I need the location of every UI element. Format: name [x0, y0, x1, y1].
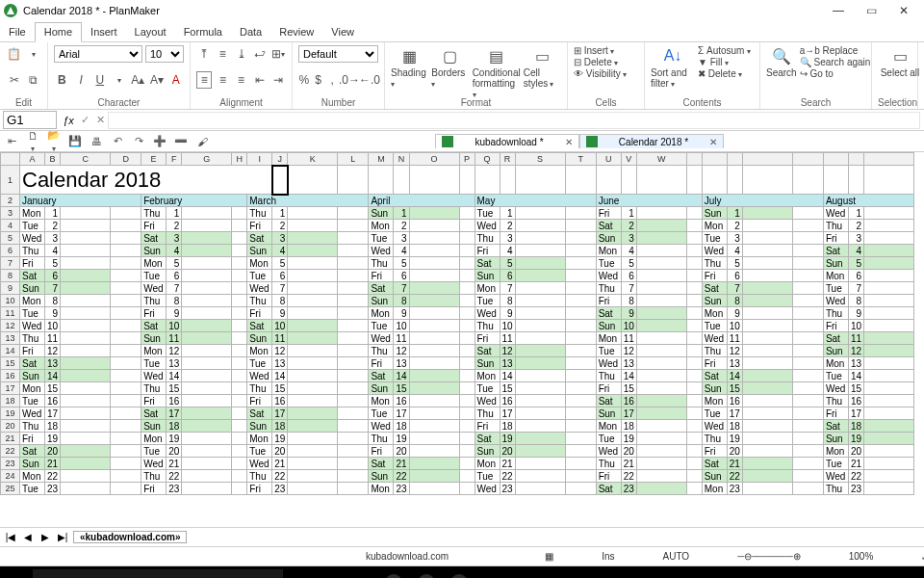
day-gap-cell[interactable] — [409, 470, 459, 483]
day-gap-cell[interactable] — [515, 207, 565, 220]
spacer-cell[interactable] — [565, 357, 596, 370]
day-gap-cell[interactable] — [864, 407, 914, 420]
day-num-cell[interactable]: 18 — [45, 420, 61, 433]
spacer-cell[interactable] — [232, 245, 247, 257]
tab-first-icon[interactable]: |◀ — [4, 532, 17, 542]
day-gap-cell[interactable] — [864, 332, 914, 345]
day-name-cell[interactable]: Fri — [596, 382, 621, 395]
day-gap-cell[interactable] — [515, 370, 565, 382]
day-name-cell[interactable]: Thu — [369, 433, 394, 445]
day-num-cell[interactable]: 6 — [394, 270, 409, 282]
day-gap-cell[interactable] — [742, 483, 792, 495]
day-name-cell[interactable]: Fri — [247, 220, 272, 232]
day-gap-cell[interactable] — [636, 433, 686, 445]
day-name-cell[interactable]: Wed — [20, 407, 45, 420]
day-name-cell[interactable]: Sun — [369, 470, 394, 483]
day-num-cell[interactable]: 13 — [45, 357, 61, 370]
day-num-cell[interactable]: 11 — [727, 332, 742, 345]
day-num-cell[interactable]: 21 — [500, 458, 515, 470]
day-gap-cell[interactable] — [742, 357, 792, 370]
font-color-button[interactable]: A — [167, 71, 184, 89]
day-num-cell[interactable]: 10 — [167, 320, 182, 332]
day-num-cell[interactable]: 3 — [167, 232, 182, 245]
spacer-cell[interactable] — [111, 420, 141, 433]
day-num-cell[interactable]: 6 — [500, 270, 515, 282]
day-name-cell[interactable]: Mon — [20, 470, 45, 483]
day-num-cell[interactable]: 2 — [848, 220, 863, 232]
spacer-cell[interactable] — [792, 332, 823, 345]
day-name-cell[interactable]: Sat — [247, 232, 272, 245]
day-name-cell[interactable]: Tue — [823, 458, 848, 470]
day-gap-cell[interactable] — [515, 407, 565, 420]
day-gap-cell[interactable] — [864, 320, 914, 332]
day-name-cell[interactable]: Wed — [141, 370, 167, 382]
day-num-cell[interactable]: 12 — [500, 345, 515, 357]
day-gap-cell[interactable] — [864, 395, 914, 407]
col-header[interactable]: P — [459, 153, 475, 166]
day-num-cell[interactable]: 6 — [727, 270, 742, 282]
day-name-cell[interactable]: Tue — [20, 307, 45, 320]
spacer-cell[interactable] — [111, 282, 141, 295]
spacer-cell[interactable] — [459, 445, 475, 458]
spacer-cell[interactable] — [686, 345, 702, 357]
day-num-cell[interactable]: 1 — [727, 207, 742, 220]
day-name-cell[interactable]: Mon — [369, 395, 394, 407]
spacer-cell[interactable] — [459, 295, 475, 307]
day-num-cell[interactable]: 12 — [45, 345, 61, 357]
goto-button[interactable]: ↪ Go to — [800, 68, 871, 79]
spacer-cell[interactable] — [686, 458, 702, 470]
spacer-cell[interactable] — [792, 270, 823, 282]
active-cell[interactable] — [272, 166, 288, 195]
day-num-cell[interactable]: 14 — [167, 370, 182, 382]
day-num-cell[interactable]: 13 — [727, 357, 742, 370]
day-name-cell[interactable]: Tue — [475, 207, 500, 220]
day-gap-cell[interactable] — [515, 270, 565, 282]
day-num-cell[interactable]: 23 — [848, 483, 863, 495]
day-num-cell[interactable]: 16 — [727, 395, 742, 407]
day-num-cell[interactable]: 21 — [272, 458, 288, 470]
day-gap-cell[interactable] — [742, 245, 792, 257]
day-gap-cell[interactable] — [409, 220, 459, 232]
visibility-button[interactable]: 👁 Visibility — [574, 68, 638, 79]
day-num-cell[interactable]: 19 — [394, 433, 409, 445]
day-gap-cell[interactable] — [864, 433, 914, 445]
taskbar-app-5[interactable]: ▲ — [444, 569, 475, 578]
col-header[interactable]: Q — [475, 153, 500, 166]
spacer-cell[interactable] — [338, 295, 369, 307]
day-gap-cell[interactable] — [515, 357, 565, 370]
spacer-cell[interactable] — [338, 470, 369, 483]
day-gap-cell[interactable] — [636, 420, 686, 433]
spacer-cell[interactable] — [459, 220, 475, 232]
day-num-cell[interactable]: 5 — [167, 257, 182, 270]
paste-more-icon[interactable] — [25, 45, 41, 63]
day-num-cell[interactable]: 22 — [45, 470, 61, 483]
day-name-cell[interactable]: Thu — [20, 245, 45, 257]
clear-button[interactable]: ✖ Delete — [698, 68, 751, 79]
day-gap-cell[interactable] — [288, 332, 338, 345]
day-name-cell[interactable]: Mon — [475, 458, 500, 470]
spacer-cell[interactable] — [338, 370, 369, 382]
col-header[interactable]: V — [621, 153, 636, 166]
delete-cells-button[interactable]: ⊟ Delete — [574, 57, 638, 67]
day-gap-cell[interactable] — [61, 483, 111, 495]
shading-button[interactable]: ▦Shading — [391, 45, 428, 89]
spacer-cell[interactable] — [565, 332, 596, 345]
day-name-cell[interactable]: Wed — [475, 395, 500, 407]
day-name-cell[interactable]: Thu — [475, 320, 500, 332]
col-header[interactable]: A — [20, 153, 45, 166]
spacer-cell[interactable] — [232, 470, 247, 483]
day-gap-cell[interactable] — [61, 470, 111, 483]
day-gap-cell[interactable] — [515, 420, 565, 433]
day-name-cell[interactable]: Thu — [247, 470, 272, 483]
day-name-cell[interactable]: Tue — [823, 282, 848, 295]
spacer-cell[interactable] — [686, 382, 702, 395]
day-name-cell[interactable]: Fri — [247, 307, 272, 320]
day-num-cell[interactable]: 10 — [394, 320, 409, 332]
align-middle-button[interactable]: ≡ — [215, 45, 230, 63]
spacer-cell[interactable] — [338, 458, 369, 470]
day-name-cell[interactable]: Tue — [247, 357, 272, 370]
day-gap-cell[interactable] — [409, 395, 459, 407]
spacer-cell[interactable] — [111, 483, 141, 495]
day-gap-cell[interactable] — [409, 357, 459, 370]
day-num-cell[interactable]: 15 — [500, 382, 515, 395]
